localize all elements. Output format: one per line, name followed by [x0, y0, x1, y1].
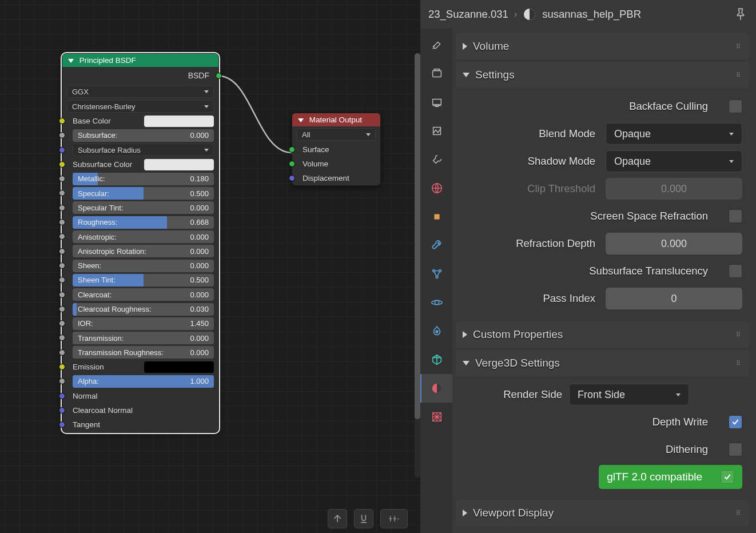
input-slider[interactable]: IOR:1.450	[73, 317, 214, 330]
drag-grip-icon[interactable]: ⠿	[736, 331, 742, 339]
socket-input[interactable]	[59, 219, 65, 225]
shadow-mode-select[interactable]: Opaque	[606, 150, 742, 172]
snap-button[interactable]	[354, 509, 373, 528]
gltf-compatible-toggle[interactable]: glTF 2.0 compatible	[599, 465, 742, 489]
panel-custom-props-header[interactable]: Custom Properties ⠿	[456, 321, 749, 348]
socket-input[interactable]	[59, 320, 65, 327]
panel-volume-header[interactable]: Volume ⠿	[456, 33, 749, 59]
input-slider[interactable]: Alpha:1.000	[73, 375, 214, 388]
pass-index-field[interactable]: 0	[606, 288, 742, 309]
socket-input[interactable]	[59, 306, 65, 312]
socket-input[interactable]	[59, 277, 65, 283]
tab-world[interactable]	[420, 145, 452, 174]
socket-input[interactable]	[59, 132, 65, 138]
socket-input[interactable]	[59, 335, 65, 341]
socket-input[interactable]	[59, 161, 65, 168]
socket-input[interactable]	[59, 292, 65, 298]
socket-input[interactable]	[289, 161, 295, 167]
input-slider[interactable]: Anisotropic Rotation:0.000	[73, 245, 214, 257]
panel-viewport-display-header[interactable]: Viewport Display ⠿	[456, 500, 749, 526]
breadcrumb[interactable]: 23_Suzanne.031 › susannas_help_PBR	[420, 0, 756, 29]
tab-mesh[interactable]	[420, 345, 452, 374]
color-swatch[interactable]	[144, 361, 214, 373]
breadcrumb-material[interactable]: susannas_help_PBR	[542, 8, 641, 21]
node-material-output[interactable]: Material Output All SurfaceVolumeDisplac…	[292, 113, 381, 186]
tab-viewlayer[interactable]	[420, 117, 452, 145]
tab-material[interactable]	[420, 374, 452, 403]
color-swatch[interactable]	[144, 159, 214, 170]
socket-input[interactable]	[59, 407, 65, 413]
sss-method-select[interactable]: Christensen-Burley	[67, 100, 214, 113]
input-slider[interactable]: Transmission Roughness:0.000	[73, 346, 214, 359]
tab-tool[interactable]	[420, 31, 452, 59]
input-slider[interactable]: Clearcoat:0.000	[73, 288, 214, 301]
breadcrumb-object[interactable]: 23_Suzanne.031	[428, 8, 508, 21]
socket-input[interactable]	[289, 175, 295, 181]
socket-input[interactable]	[59, 176, 65, 182]
ssr-checkbox[interactable]	[729, 209, 742, 223]
drag-grip-icon[interactable]: ⠿	[736, 71, 742, 79]
input-slider[interactable]: Clearcoat Roughness:0.030	[73, 303, 214, 316]
collapse-icon[interactable]	[298, 118, 304, 122]
panel-settings-header[interactable]: Settings ⠿	[456, 62, 749, 88]
socket-input[interactable]	[59, 118, 65, 124]
input-slider[interactable]: Metallic:0.180	[73, 173, 214, 185]
input-slider[interactable]: Sheen Tint:0.500	[73, 274, 214, 287]
blend-mode-select[interactable]: Opaque	[606, 123, 742, 145]
socket-input[interactable]	[59, 349, 65, 356]
tab-texture[interactable]	[420, 403, 452, 431]
gltf-checkbox[interactable]	[721, 470, 734, 484]
node-principled-bsdf[interactable]: Principled BSDF BSDF GGX Christensen-Bur…	[62, 53, 219, 433]
socket-input[interactable]	[59, 190, 65, 196]
node-header[interactable]: Material Output	[292, 113, 380, 126]
sss-translucency-checkbox[interactable]	[729, 264, 742, 278]
tab-object[interactable]	[420, 202, 452, 231]
socket-output-bsdf[interactable]	[216, 73, 222, 79]
input-slider[interactable]: Specular Tint:0.000	[73, 201, 214, 214]
socket-input[interactable]	[59, 262, 65, 269]
socket-input[interactable]	[59, 393, 65, 399]
socket-input[interactable]	[59, 378, 65, 384]
scrollbar-thumb[interactable]	[415, 53, 420, 419]
socket-input[interactable]	[59, 421, 65, 428]
render-side-select[interactable]: Front Side	[569, 384, 689, 405]
drag-grip-icon[interactable]: ⠿	[736, 43, 742, 50]
socket-input[interactable]	[59, 364, 65, 370]
tab-render[interactable]	[420, 59, 452, 88]
dithering-checkbox[interactable]	[729, 443, 742, 456]
input-slider[interactable]: Subsurface:0.000	[73, 129, 214, 142]
tab-constraints[interactable]	[420, 317, 452, 345]
color-swatch[interactable]	[144, 116, 214, 127]
input-slider[interactable]: Transmission:0.000	[73, 332, 214, 344]
depth-write-checkbox[interactable]	[729, 415, 742, 429]
properties-scroll-area[interactable]: Volume ⠿ Settings ⠿ Backface Culling Ble…	[452, 29, 756, 533]
up-arrow-button[interactable]	[328, 509, 347, 528]
socket-input[interactable]	[59, 248, 65, 254]
pivot-button[interactable]	[380, 509, 408, 528]
tab-physics[interactable]	[420, 288, 452, 317]
socket-input[interactable]	[59, 147, 65, 153]
node-header[interactable]: Principled BSDF	[62, 54, 218, 67]
backface-culling-checkbox[interactable]	[729, 100, 742, 113]
input-dropdown[interactable]: Subsurface Radius	[73, 144, 214, 156]
input-slider[interactable]: Specular:0.500	[73, 187, 214, 200]
node-editor-viewport[interactable]: Principled BSDF BSDF GGX Christensen-Bur…	[0, 0, 420, 533]
input-slider[interactable]: Sheen:0.000	[73, 260, 214, 272]
distribution-select[interactable]: GGX	[67, 85, 214, 98]
input-slider[interactable]: Anisotropic:0.000	[73, 230, 214, 243]
input-slider[interactable]: Roughness:0.668	[73, 216, 214, 229]
pin-icon[interactable]	[733, 7, 748, 22]
tab-scene[interactable]	[420, 174, 452, 202]
socket-input[interactable]	[59, 233, 65, 240]
drag-grip-icon[interactable]: ⠿	[736, 360, 742, 367]
drag-grip-icon[interactable]: ⠿	[736, 510, 742, 517]
tab-particles[interactable]	[420, 260, 452, 288]
refraction-depth-field[interactable]: 0.000	[606, 233, 742, 254]
collapse-icon[interactable]	[68, 59, 74, 63]
tab-output[interactable]	[420, 88, 452, 117]
panel-v3d-header[interactable]: Verge3D Settings ⠿	[456, 350, 749, 376]
target-select[interactable]: All	[297, 128, 376, 141]
tab-modifier[interactable]	[420, 231, 452, 260]
socket-input[interactable]	[289, 146, 295, 153]
socket-input[interactable]	[59, 205, 65, 211]
